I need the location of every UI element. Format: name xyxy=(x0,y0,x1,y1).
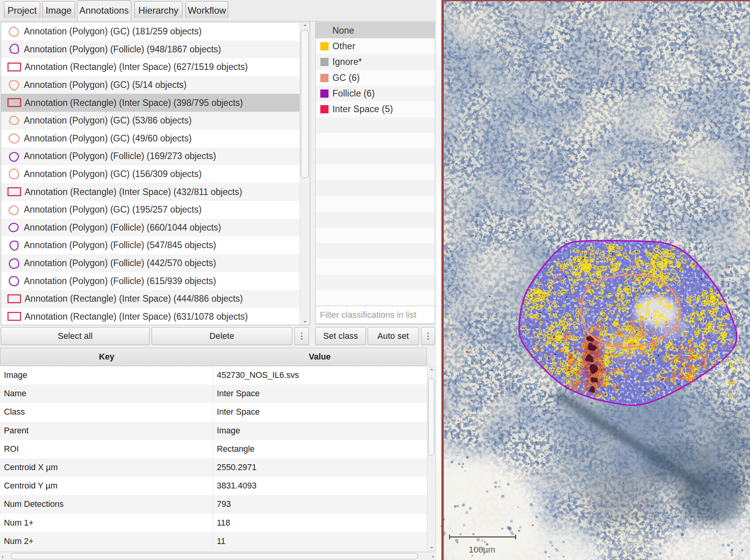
svg-text:100µm: 100µm xyxy=(469,545,495,555)
